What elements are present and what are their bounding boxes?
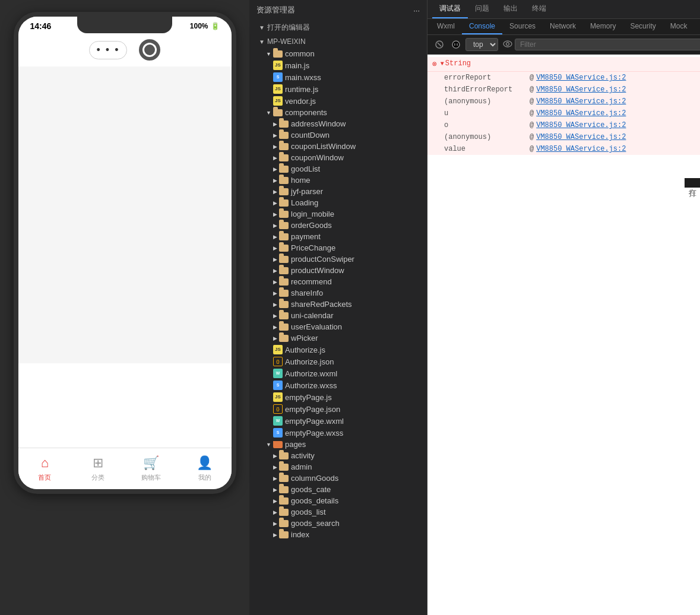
tab-problems[interactable]: 问题 [468,0,496,18]
tab-home-label: 首页 [38,473,51,482]
clear-console-button[interactable] [432,37,446,52]
folder-login-mobile[interactable]: ▶ login_mobile [249,208,427,220]
file-authorize-js[interactable]: JS Authorize.js [249,344,427,356]
console-toolbar: top [427,35,700,55]
link-vm8850-3[interactable]: VM8850 WAService.js:2 [536,97,626,106]
project-label: MP-WEIXIN [267,37,306,46]
folder-goods-list[interactable]: ▶ goods_list [249,506,427,518]
folder-columngoods[interactable]: ▶ columnGoods [249,473,427,484]
js-icon-3: JS [273,96,283,106]
tab-mine[interactable]: 👤 我的 [178,455,232,482]
tab-terminal[interactable]: 终端 [525,0,553,18]
error-icon: ⊗ [432,59,437,69]
folder-couponlistwindow[interactable]: ▶ couponListWindow [249,141,427,152]
tab-home[interactable]: ⌂ 首页 [18,455,72,482]
file-main-wxss[interactable]: S main.wxss [249,71,427,83]
folder-userevaluation[interactable]: ▶ userEvaluation [249,321,427,332]
tab-sources[interactable]: Sources [502,19,543,34]
project-section[interactable]: ▼ MP-WEIXIN [249,35,427,48]
link-vm8850-1[interactable]: VM8850 WAService.js:2 [536,74,626,82]
folder-countdown[interactable]: ▶ countDown [249,129,427,141]
level-select[interactable]: top [465,38,498,51]
folder-couponwindow[interactable]: ▶ couponWindow [249,152,427,163]
folder-ordergoods[interactable]: ▶ orderGoods [249,220,427,231]
folder-goodlist[interactable]: ▶ goodList [249,163,427,175]
folder-icon [279,312,289,319]
devtools-panel: 调试器 问题 输出 终端 Wxml Console Sources Networ… [427,0,700,615]
link-vm8850-4[interactable]: VM8850 WAService.js:2 [536,109,626,118]
folder-payment[interactable]: ▶ payment [249,231,427,242]
file-emptypage-json[interactable]: {} emptyPage.json [249,403,427,415]
mobile-tabbar: ⌂ 首页 ⊞ 分类 🛒 购物车 👤 我的 [18,448,232,489]
folder-recommend[interactable]: ▶ recommend [249,276,427,287]
console-output: ⊗ ▼String errorReport @ VM8850 WAService… [427,55,700,615]
tab-a[interactable]: A [694,19,700,34]
folder-home[interactable]: ▶ home [249,175,427,186]
tab-category[interactable]: ⊞ 分类 [71,455,125,482]
tab-memory[interactable]: Memory [583,19,623,34]
file-main-js[interactable]: JS main.js [249,59,427,71]
folder-index[interactable]: ▶ index [249,529,427,540]
svg-point-6 [506,43,509,46]
console-row-errorreport: errorReport @ VM8850 WAService.js:2 [427,72,700,84]
folder-goods-search[interactable]: ▶ goods_search [249,518,427,529]
tab-cart[interactable]: 🛒 购物车 [125,455,178,482]
folder-uni-calendar[interactable]: ▶ uni-calendar [249,310,427,321]
eye-icon[interactable] [503,39,512,50]
tab-wxml[interactable]: Wxml [430,19,462,34]
folder-pricechange[interactable]: ▶ PriceChange [249,242,427,253]
link-vm8850-6[interactable]: VM8850 WAService.js:2 [536,133,626,141]
folder-productconswiper[interactable]: ▶ productConSwiper [249,253,427,265]
console-row-u: u @ VM8850 WAService.js:2 [427,107,700,119]
folder-productwindow[interactable]: ▶ productWindow [249,265,427,276]
file-authorize-json[interactable]: {} Authorize.json [249,356,427,367]
folder-common[interactable]: ▼ common [249,48,427,59]
filter-input[interactable] [515,39,700,50]
folder-icon [279,245,289,252]
file-emptypage-js[interactable]: JS emptyPage.js [249,391,427,403]
file-vendor-js[interactable]: JS vendor.js [249,95,427,107]
file-emptypage-wxml[interactable]: W emptyPage.wxml [249,415,427,427]
folder-icon [279,166,289,173]
folder-addresswindow[interactable]: ▶ addressWindow [249,118,427,129]
file-runtime-js[interactable]: JS runtime.js [249,83,427,95]
tab-output[interactable]: 输出 [496,0,525,18]
link-vm8850-5[interactable]: VM8850 WAService.js:2 [536,121,626,129]
dots-button[interactable]: • • • [89,41,128,59]
folder-goods-details[interactable]: ▶ goods_details [249,495,427,506]
folder-pages[interactable]: ▼ pages [249,439,427,450]
folder-goods-cate[interactable]: ▶ goods_cate [249,484,427,495]
battery-percent: 100% [190,22,208,30]
file-authorize-wxss[interactable]: S Authorize.wxss [249,379,427,391]
wxml-icon: W [273,369,283,378]
link-vm8850-7[interactable]: VM8850 WAService.js:2 [536,145,626,153]
folder-shareredpackets[interactable]: ▶ shareRedPackets [249,299,427,310]
open-editors-section[interactable]: ▼ 打开的编辑器 [249,20,427,35]
folder-jyf-parser[interactable]: ▶ jyf-parser [249,186,427,197]
tab-security[interactable]: Security [623,19,663,34]
tab-mock[interactable]: Mock [663,19,695,34]
chevron-down-icon: ▼ [259,24,265,31]
tab-network[interactable]: Network [543,19,583,34]
folder-icon [279,324,289,331]
mobile-content [18,66,232,363]
more-options-icon[interactable]: ··· [413,6,420,15]
folder-loading[interactable]: ▶ Loading [249,197,427,208]
folder-icon [279,290,289,297]
file-authorize-wxml[interactable]: W Authorize.wxml [249,367,427,379]
tab-console[interactable]: Console [462,19,502,34]
tab-debugger[interactable]: 调试器 [432,0,468,18]
folder-activity[interactable]: ▶ activity [249,450,427,461]
record-button[interactable] [139,39,160,61]
folder-wpicker[interactable]: ▶ wPicker [249,332,427,344]
link-vm8850-2[interactable]: VM8850 WAService.js:2 [536,85,626,94]
js-icon: JS [273,61,283,70]
folder-admin[interactable]: ▶ admin [249,461,427,473]
folder-icon [279,475,289,482]
pause-button[interactable] [449,37,463,52]
file-emptypage-wxss[interactable]: S emptyPage.wxss [249,427,427,439]
svg-point-2 [452,41,460,48]
folder-components[interactable]: ▼ components [249,107,427,118]
folder-icon-common [273,50,283,58]
folder-shareinfo[interactable]: ▶ shareInfo [249,287,427,299]
